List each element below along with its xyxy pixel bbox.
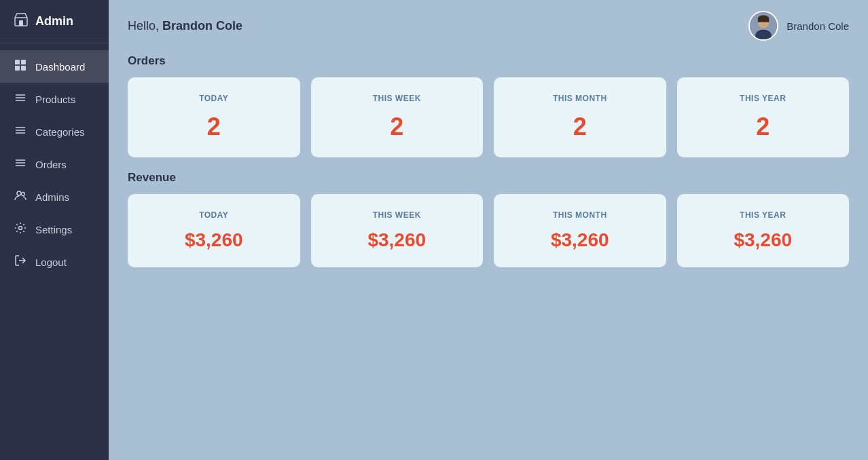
sidebar-logo[interactable]: Admin xyxy=(0,0,109,43)
sidebar-item-orders[interactable]: Orders xyxy=(0,148,109,180)
sidebar-item-settings[interactable]: Settings xyxy=(0,213,109,246)
avatar xyxy=(748,11,778,41)
sidebar-logout-label: Logout xyxy=(35,256,67,268)
orders-year-value: 2 xyxy=(756,113,770,141)
sidebar-item-dashboard[interactable]: Dashboard xyxy=(0,50,109,83)
svg-rect-2 xyxy=(15,60,20,64)
store-icon xyxy=(14,12,29,31)
sidebar-logo-label: Admin xyxy=(35,14,73,28)
svg-point-16 xyxy=(22,193,25,196)
orders-month-label: THIS MONTH xyxy=(553,94,607,103)
revenue-year-card: THIS YEAR $3,260 xyxy=(677,194,850,267)
sidebar-navigation: Dashboard Products Categor xyxy=(0,43,109,460)
revenue-month-label: THIS MONTH xyxy=(553,210,607,220)
revenue-cards: TODAY $3,260 THIS WEEK $3,260 THIS MONTH… xyxy=(128,194,849,267)
orders-cards: TODAY 2 THIS WEEK 2 THIS MONTH 2 THIS YE… xyxy=(128,77,849,157)
revenue-week-card: THIS WEEK $3,260 xyxy=(311,194,484,267)
orders-today-label: TODAY xyxy=(199,94,228,103)
svg-point-17 xyxy=(19,227,22,230)
revenue-today-card: TODAY $3,260 xyxy=(128,194,300,267)
orders-icon xyxy=(14,157,27,172)
topbar-username: Brandon Cole xyxy=(786,20,849,32)
sidebar-settings-label: Settings xyxy=(35,224,72,235)
revenue-today-label: TODAY xyxy=(199,210,228,220)
sidebar-item-categories[interactable]: Categories xyxy=(0,115,109,148)
revenue-year-value: $3,260 xyxy=(734,229,792,251)
svg-rect-1 xyxy=(19,20,23,26)
categories-icon xyxy=(14,124,27,139)
dashboard-content: Orders TODAY 2 THIS WEEK 2 THIS MONTH 2 … xyxy=(109,52,868,460)
main-content: Hello, Brandon Cole Brandon Cole xyxy=(109,0,868,460)
svg-rect-22 xyxy=(758,18,769,22)
revenue-week-value: $3,260 xyxy=(367,229,426,251)
sidebar: Admin Dashboard xyxy=(0,0,109,460)
sidebar-item-products[interactable]: Products xyxy=(0,83,109,115)
sidebar-admins-label: Admins xyxy=(35,191,69,203)
orders-week-label: THIS WEEK xyxy=(373,94,421,103)
svg-rect-4 xyxy=(15,66,20,71)
dashboard-icon xyxy=(14,59,27,74)
sidebar-dashboard-label: Dashboard xyxy=(35,61,85,73)
sidebar-item-admins[interactable]: Admins xyxy=(0,180,109,213)
orders-month-value: 2 xyxy=(573,113,587,141)
logout-icon xyxy=(14,254,27,269)
greeting-username: Brandon Cole xyxy=(162,19,242,33)
topbar: Hello, Brandon Cole Brandon Cole xyxy=(109,0,868,52)
sidebar-orders-label: Orders xyxy=(35,159,67,170)
orders-month-card: THIS MONTH 2 xyxy=(494,77,666,157)
svg-rect-3 xyxy=(21,60,26,64)
sidebar-item-logout[interactable]: Logout xyxy=(0,246,109,278)
sidebar-categories-label: Categories xyxy=(35,126,85,138)
revenue-week-label: THIS WEEK xyxy=(373,210,421,220)
orders-today-value: 2 xyxy=(207,113,221,141)
greeting-prefix: Hello, xyxy=(128,19,162,33)
orders-week-value: 2 xyxy=(390,113,403,141)
orders-today-card: TODAY 2 xyxy=(128,77,300,157)
admins-icon xyxy=(14,189,27,204)
orders-year-card: THIS YEAR 2 xyxy=(677,77,850,157)
greeting: Hello, Brandon Cole xyxy=(128,19,242,33)
orders-week-card: THIS WEEK 2 xyxy=(311,77,484,157)
orders-year-label: THIS YEAR xyxy=(740,94,786,103)
user-profile[interactable]: Brandon Cole xyxy=(748,11,849,41)
settings-icon xyxy=(14,222,27,237)
revenue-month-card: THIS MONTH $3,260 xyxy=(494,194,666,267)
orders-section-title: Orders xyxy=(128,54,849,68)
svg-rect-5 xyxy=(21,66,26,71)
sidebar-products-label: Products xyxy=(35,94,75,105)
svg-point-15 xyxy=(17,191,21,195)
revenue-month-value: $3,260 xyxy=(551,229,609,251)
revenue-section-title: Revenue xyxy=(128,171,849,185)
revenue-year-label: THIS YEAR xyxy=(740,210,786,220)
products-icon xyxy=(14,92,27,107)
revenue-today-value: $3,260 xyxy=(185,229,243,251)
